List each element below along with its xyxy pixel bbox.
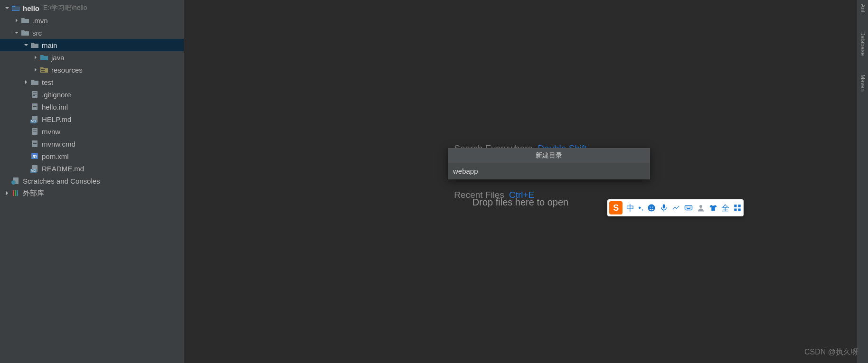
watermark: CSDN @执久呀 (804, 347, 859, 357)
tree-node-main[interactable]: main (0, 39, 184, 51)
svg-rect-27 (17, 190, 18, 196)
user-icon[interactable] (697, 204, 705, 212)
folder-icon (21, 17, 29, 24)
tree-label: pom.xml (42, 152, 69, 160)
tree-label: .mvn (32, 17, 48, 25)
emoji-icon[interactable] (647, 204, 656, 212)
svg-rect-26 (15, 190, 16, 196)
skin-icon[interactable] (672, 204, 680, 212)
svg-rect-3 (43, 69, 45, 70)
svg-rect-36 (690, 207, 691, 208)
svg-rect-13 (33, 108, 35, 108)
svg-rect-39 (734, 205, 736, 207)
ime-punct-toggle[interactable]: •, (638, 203, 643, 213)
svg-rect-19 (33, 142, 37, 142)
resource-folder-icon (40, 66, 48, 74)
svg-rect-34 (688, 207, 689, 208)
file-icon (30, 128, 39, 135)
svg-point-30 (652, 206, 653, 207)
ime-toolbar[interactable]: S 中 •, 全 (607, 199, 744, 216)
tree-label: 外部库 (23, 189, 44, 198)
tree-node-hello-iml[interactable]: hello.iml (0, 101, 184, 113)
svg-rect-4 (41, 71, 43, 72)
tool-window-ant[interactable]: Ant (859, 4, 866, 12)
svg-rect-35 (689, 207, 690, 208)
tree-node-java[interactable]: java (0, 51, 184, 64)
sogou-logo-icon[interactable]: S (609, 201, 623, 214)
project-tree[interactable]: hello E:\学习吧\hello .mvn src main java r (0, 0, 184, 363)
chevron-right-icon (13, 17, 20, 24)
tree-node-readme[interactable]: MD README.md (0, 162, 184, 175)
chevron-down-icon (4, 5, 10, 11)
svg-rect-42 (738, 209, 741, 211)
tool-window-database[interactable]: Database (859, 31, 866, 56)
file-icon (30, 91, 39, 98)
markdown-file-icon: MD (30, 165, 39, 172)
keyboard-icon[interactable] (684, 204, 693, 212)
svg-rect-12 (33, 106, 37, 107)
file-icon (30, 140, 39, 148)
editor-empty-area[interactable]: Search EverywhereDouble Shift Go to File… (184, 0, 857, 363)
tree-node-pom[interactable]: m pom.xml (0, 150, 184, 162)
scratches-icon (11, 177, 20, 185)
svg-rect-25 (13, 190, 14, 196)
ime-fullwidth-toggle[interactable]: 全 (721, 203, 729, 214)
directory-name-input[interactable] (448, 163, 650, 179)
folder-icon (21, 29, 29, 37)
tree-node-scratches[interactable]: Scratches and Consoles (0, 175, 184, 187)
tree-label: test (42, 78, 53, 86)
dialog-title: 新建目录 (448, 149, 650, 163)
svg-rect-17 (33, 131, 37, 131)
tree-node-gitignore[interactable]: .gitignore (0, 88, 184, 101)
svg-point-29 (650, 206, 651, 207)
markdown-file-icon: MD (30, 115, 39, 123)
tree-label: java (51, 54, 65, 62)
chevron-right-icon (32, 66, 39, 73)
library-icon (11, 189, 20, 197)
tree-node-mvnw[interactable]: mvnw (0, 125, 184, 138)
project-name: hello (23, 4, 39, 12)
svg-rect-2 (41, 69, 43, 70)
tree-node-mvnw-cmd[interactable]: mvnw.cmd (0, 138, 184, 150)
tree-label: .gitignore (42, 91, 71, 99)
file-icon (30, 103, 39, 111)
maven-file-icon: m (30, 152, 39, 160)
svg-rect-37 (687, 208, 690, 209)
chevron-down-icon (23, 42, 29, 48)
tree-label: hello.iml (42, 103, 68, 111)
tree-label: mvnw (42, 128, 60, 136)
chevron-down-icon (13, 29, 20, 36)
tree-node-external-libs[interactable]: 外部库 (0, 187, 184, 199)
svg-rect-9 (33, 95, 35, 96)
tree-node-src[interactable]: src (0, 27, 184, 39)
drop-files-hint: Drop files here to open (472, 197, 568, 208)
tree-node-mvn[interactable]: .mvn (0, 14, 184, 27)
tree-node-project-root[interactable]: hello E:\学习吧\hello (0, 2, 184, 14)
tree-label: README.md (42, 165, 84, 173)
toolbox-icon[interactable] (733, 204, 742, 212)
tree-node-resources[interactable]: resources (0, 64, 184, 76)
tshirt-icon[interactable] (709, 204, 717, 212)
svg-point-38 (699, 205, 702, 208)
tree-node-help-md[interactable]: MD HELP.md (0, 113, 184, 125)
folder-icon (30, 78, 39, 86)
tree-node-test[interactable]: test (0, 76, 184, 88)
tree-label: HELP.md (42, 115, 71, 123)
svg-rect-7 (33, 93, 37, 93)
tree-label: Scratches and Consoles (23, 177, 100, 185)
tool-window-maven[interactable]: Maven (859, 74, 866, 92)
svg-rect-8 (33, 94, 37, 94)
source-folder-icon (40, 54, 48, 61)
tree-label: resources (51, 66, 83, 74)
tree-label: main (42, 41, 57, 49)
svg-rect-31 (663, 205, 665, 209)
ime-lang-toggle[interactable]: 中 (626, 203, 634, 214)
project-path: E:\学习吧\hello (43, 4, 87, 12)
svg-rect-5 (43, 71, 45, 72)
svg-rect-16 (33, 130, 37, 130)
folder-icon (30, 41, 39, 49)
svg-rect-1 (12, 7, 19, 10)
tree-label: src (32, 29, 42, 37)
microphone-icon[interactable] (660, 204, 668, 212)
tree-label: mvnw.cmd (42, 140, 75, 148)
